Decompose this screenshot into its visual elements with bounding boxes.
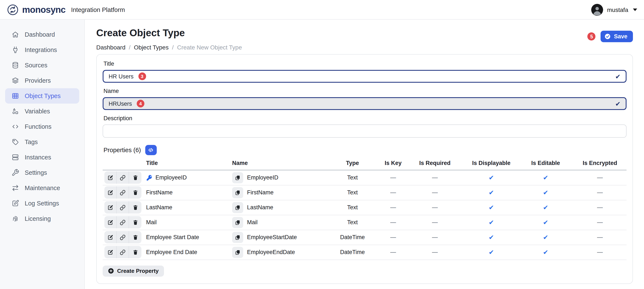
sidebar-item-sources[interactable]: Sources (5, 58, 79, 73)
dash-placeholder: — (390, 175, 396, 181)
delete-property-button[interactable] (129, 186, 142, 199)
link-property-button[interactable] (117, 231, 129, 243)
title-label: Title (104, 61, 626, 67)
dash-placeholder: — (390, 204, 396, 211)
row-actions-group (104, 186, 142, 199)
link-property-button[interactable] (117, 201, 129, 213)
step-badge-3: 3 (138, 73, 146, 80)
sidebar-item-settings[interactable]: Settings (5, 165, 79, 180)
copy-name-button[interactable] (232, 172, 243, 183)
edit-property-button[interactable] (104, 201, 117, 213)
table-header-row: TitleNameTypeIs KeyIs RequiredIs Display… (103, 158, 626, 170)
copy-name-button[interactable] (232, 187, 243, 198)
code-icon (148, 147, 154, 153)
property-title: Employee Start Date (146, 234, 199, 240)
breadcrumb-dashboard[interactable]: Dashboard (96, 44, 126, 51)
sidebar-item-dashboard[interactable]: Dashboard (5, 27, 79, 42)
description-input[interactable] (103, 124, 626, 138)
check-icon: ✔ (488, 203, 494, 211)
sidebar-item-functions[interactable]: Functions (5, 119, 79, 134)
name-label: Name (104, 88, 626, 94)
check-icon: ✔ (543, 233, 548, 241)
save-button[interactable]: Save (601, 31, 633, 42)
check-icon: ✔ (488, 218, 494, 226)
breadcrumb: Dashboard / Object Types / Create New Ob… (96, 44, 242, 51)
edit-property-button[interactable] (104, 216, 117, 228)
dash-placeholder: — (390, 219, 396, 225)
copy-name-button[interactable] (232, 202, 243, 213)
properties-heading: Properties (6) (104, 147, 141, 153)
check-circle-icon (604, 33, 611, 40)
sidebar-item-label: Providers (25, 77, 51, 84)
server-icon (12, 153, 19, 161)
copy-name-button[interactable] (232, 246, 243, 258)
create-property-button[interactable]: Create Property (103, 265, 164, 276)
dash-placeholder: — (432, 175, 438, 181)
user-name: mustafa (607, 6, 628, 13)
code-icon (12, 123, 19, 130)
main-content: Create Object Type Dashboard / Object Ty… (85, 20, 644, 289)
link-property-button[interactable] (117, 172, 129, 184)
edit-property-button[interactable] (104, 246, 117, 258)
property-name: EmployeeEndDate (247, 249, 295, 255)
check-icon: ✔ (543, 174, 548, 181)
avatar (591, 4, 603, 16)
sidebar-item-log-settings[interactable]: Log Settings (5, 196, 79, 211)
delete-property-button[interactable] (129, 246, 142, 258)
property-name: Mail (247, 219, 258, 225)
sidebar-item-object-types[interactable]: Object Types (5, 88, 79, 104)
code-view-button[interactable] (145, 145, 157, 155)
sidebar-item-label: Tags (25, 139, 38, 145)
layers-icon (12, 77, 19, 84)
brand-home-link[interactable]: monosync Integration Platform (7, 4, 125, 16)
edit-property-button[interactable] (104, 231, 117, 243)
delete-property-button[interactable] (129, 201, 142, 213)
dash-placeholder: — (432, 219, 438, 225)
property-type: Text (324, 170, 381, 185)
sidebar-item-label: Instances (25, 154, 51, 161)
database-icon (12, 61, 19, 69)
edit-property-button[interactable] (104, 186, 117, 199)
sidebar-item-maintenance[interactable]: Maintenance (5, 180, 79, 196)
property-row: EmployeeIDEmployeeIDText——✔✔— (103, 170, 626, 185)
home-icon (12, 31, 19, 38)
sidebar-item-variables[interactable]: Variables (5, 104, 79, 119)
link-property-button[interactable] (117, 186, 129, 199)
delete-property-button[interactable] (129, 231, 142, 243)
property-type: Text (324, 200, 381, 215)
sidebar-item-instances[interactable]: Instances (5, 150, 79, 165)
chevron-down-icon (633, 8, 637, 11)
title-input[interactable]: HR Users 3 ✔ (103, 70, 626, 83)
column-header-is-key: Is Key (381, 158, 405, 170)
sidebar-item-tags[interactable]: Tags (5, 134, 79, 150)
breadcrumb-object-types[interactable]: Object Types (134, 44, 169, 51)
check-icon: ✔ (543, 248, 548, 255)
user-menu[interactable]: mustafa (591, 4, 637, 16)
dash-placeholder: — (597, 219, 603, 225)
check-icon: ✔ (488, 174, 494, 181)
dash-placeholder: — (597, 175, 603, 181)
link-property-button[interactable] (117, 216, 129, 228)
sidebar-item-integrations[interactable]: Integrations (5, 42, 79, 58)
property-row: Employee Start DateEmployeeStartDateDate… (103, 230, 626, 245)
copy-name-button[interactable] (232, 217, 243, 228)
edit-property-button[interactable] (104, 172, 117, 184)
row-actions-group (104, 216, 142, 228)
name-input[interactable]: HRUsers 4 ✔ (103, 97, 626, 110)
delete-property-button[interactable] (129, 172, 142, 184)
sidebar-item-label: Log Settings (25, 200, 59, 207)
check-icon: ✔ (543, 203, 548, 211)
property-name: FirstName (247, 189, 274, 196)
sidebar-item-licensing[interactable]: Licensing (5, 211, 79, 226)
property-name: EmployeeStartDate (247, 234, 297, 240)
link-property-button[interactable] (117, 246, 129, 258)
delete-property-button[interactable] (129, 216, 142, 228)
copy-name-button[interactable] (232, 232, 243, 243)
column-header-title: Title (143, 158, 226, 170)
sidebar-item-providers[interactable]: Providers (5, 73, 79, 88)
property-row: MailMailText——✔✔— (103, 215, 626, 230)
brand-name: monosync (22, 5, 66, 15)
sidebar-item-label: Integrations (25, 47, 57, 53)
dash-placeholder: — (390, 249, 396, 255)
page-title: Create Object Type (96, 27, 242, 39)
